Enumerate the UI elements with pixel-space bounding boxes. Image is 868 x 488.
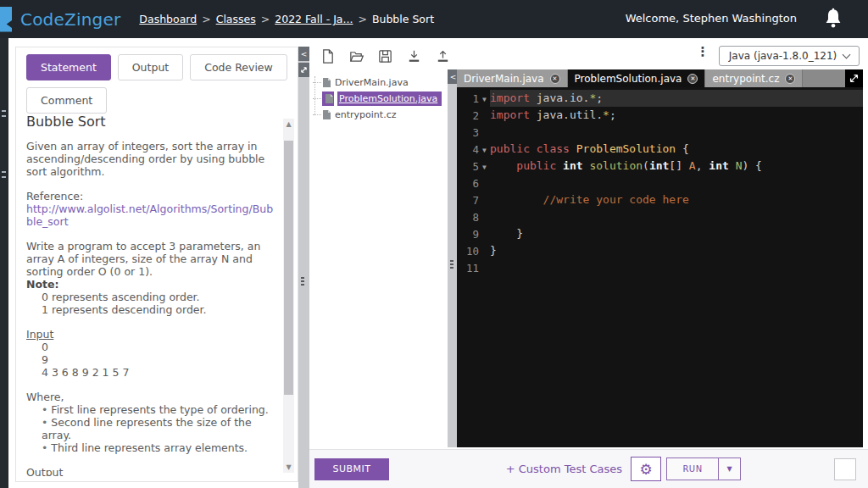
note-label: Note: bbox=[26, 278, 279, 291]
fold-arrow-icon[interactable]: ▼ bbox=[479, 94, 490, 103]
collapse-left-icon[interactable]: < bbox=[298, 47, 309, 61]
token: java.io. bbox=[530, 92, 589, 104]
editor-tab-DriverMain.java[interactable]: DriverMain.java✕ bbox=[457, 69, 568, 87]
scroll-up-icon[interactable]: ▲ bbox=[283, 119, 294, 130]
code-line-9[interactable]: 9 } bbox=[457, 225, 863, 242]
code-area[interactable]: 1▼import java.io.*;2import java.util.*;3… bbox=[457, 87, 863, 447]
code-text: //write your code here bbox=[490, 191, 863, 208]
statement-description: Given an array of integers, sort the arr… bbox=[26, 140, 279, 178]
tab-code-review[interactable]: Code Review bbox=[190, 54, 287, 80]
text-line: 9 bbox=[42, 353, 279, 366]
code-line-6[interactable]: 6 bbox=[457, 175, 863, 191]
text-line: First line represents the type of orderi… bbox=[42, 403, 279, 416]
editor-tab-label: entrypoint.cz bbox=[712, 73, 779, 85]
token: A bbox=[689, 159, 696, 172]
line-number: 6 bbox=[457, 177, 479, 190]
reference-link[interactable]: http://www.algolist.net/Algorithms/Sorti… bbox=[26, 202, 279, 228]
file-icon bbox=[322, 92, 334, 106]
tree-splitter[interactable]: < bbox=[448, 69, 457, 447]
token: public bbox=[516, 159, 563, 172]
brand-title: CodeZinger bbox=[20, 9, 120, 30]
code-line-1[interactable]: 1▼import java.io.*; bbox=[457, 90, 863, 107]
submit-button[interactable]: SUBMIT bbox=[314, 458, 389, 480]
token: int bbox=[649, 159, 669, 172]
line-number: 7 bbox=[457, 194, 479, 207]
close-tab-icon[interactable]: ✕ bbox=[785, 74, 795, 84]
splitter-grip[interactable] bbox=[301, 277, 304, 287]
fold-spacer bbox=[479, 199, 490, 201]
left-splitter[interactable]: < bbox=[298, 47, 309, 488]
token: int bbox=[709, 159, 728, 172]
new-file-icon[interactable] bbox=[316, 46, 338, 66]
splitter-grip[interactable] bbox=[450, 260, 453, 270]
line-number: 9 bbox=[457, 228, 479, 241]
file-name: DriverMain.java bbox=[335, 77, 409, 88]
line-number: 1 bbox=[457, 92, 479, 105]
breadcrumb-item[interactable]: Dashboard bbox=[139, 13, 197, 25]
line-number: 10 bbox=[457, 245, 479, 258]
fold-spacer bbox=[479, 250, 490, 252]
chevron-down-icon bbox=[843, 51, 851, 59]
more-options-icon[interactable]: ⋮ bbox=[695, 44, 710, 66]
code-text: } bbox=[490, 242, 863, 259]
scroll-down-icon[interactable]: ▼ bbox=[283, 462, 294, 473]
collapsed-side-rail[interactable] bbox=[0, 38, 8, 488]
open-folder-icon[interactable] bbox=[345, 46, 367, 66]
code-line-5[interactable]: 5▼ public int solution(int[] A, int N) { bbox=[457, 158, 863, 175]
input-label: Input bbox=[26, 328, 279, 341]
editor-tab-bar: DriverMain.java✕ProblemSolution.java✕ent… bbox=[457, 69, 863, 87]
run-dropdown-icon[interactable]: ▼ bbox=[718, 458, 740, 480]
fold-spacer bbox=[479, 233, 490, 235]
code-text: import java.util.*; bbox=[490, 107, 863, 124]
token: ProblemSolution bbox=[576, 142, 676, 155]
editor-tab-ProblemSolution.java[interactable]: ProblemSolution.java✕ bbox=[568, 69, 706, 87]
save-icon[interactable] bbox=[374, 46, 396, 66]
breadcrumb-separator: > bbox=[202, 13, 210, 25]
statement-scrollbar[interactable]: ▲ ▼ bbox=[283, 119, 294, 473]
download-icon[interactable] bbox=[403, 46, 425, 66]
breadcrumb-item[interactable]: Classes bbox=[216, 13, 256, 25]
fold-spacer bbox=[479, 216, 490, 218]
code-line-10[interactable]: 10} bbox=[457, 242, 863, 259]
notification-bell-icon[interactable] bbox=[822, 7, 844, 30]
fold-arrow-icon[interactable]: ▼ bbox=[479, 162, 490, 171]
code-line-2[interactable]: 2import java.util.*; bbox=[457, 107, 863, 124]
tab-statement[interactable]: Statement bbox=[26, 54, 111, 80]
tree-guide bbox=[313, 98, 321, 99]
code-line-11[interactable]: 11 bbox=[457, 259, 863, 276]
text-line: 0 represents ascending order. bbox=[42, 291, 279, 303]
language-select[interactable]: Java (java-1.8.0_121) bbox=[719, 46, 860, 66]
token: ; bbox=[596, 92, 603, 104]
action-bar: SUBMIT + Custom Test Cases ⚙ RUN ▼ bbox=[309, 449, 868, 488]
custom-test-cases-link[interactable]: + Custom Test Cases bbox=[506, 463, 622, 475]
tree-file-DriverMain.java[interactable]: DriverMain.java bbox=[313, 75, 448, 90]
tab-output[interactable]: Output bbox=[118, 54, 183, 80]
tree-file-ProblemSolution.java[interactable]: ProblemSolution.java bbox=[313, 92, 448, 106]
run-button[interactable]: RUN bbox=[667, 458, 718, 480]
token: java.util. bbox=[530, 108, 603, 121]
close-tab-icon[interactable]: ✕ bbox=[687, 74, 698, 84]
expand-panel-icon[interactable] bbox=[298, 63, 309, 77]
tab-comment[interactable]: Comment bbox=[26, 87, 107, 114]
close-tab-icon[interactable]: ✕ bbox=[550, 74, 560, 84]
tree-file-entrypoint.cz[interactable]: entrypoint.cz bbox=[313, 108, 448, 122]
code-line-7[interactable]: 7 //write your code here bbox=[457, 191, 863, 208]
fold-arrow-icon[interactable]: ▼ bbox=[479, 145, 490, 154]
breadcrumb-item[interactable]: 2022 Fall - Ja... bbox=[275, 13, 353, 25]
code-text bbox=[490, 208, 863, 225]
scrollbar-thumb[interactable] bbox=[284, 141, 293, 395]
fullscreen-icon[interactable] bbox=[845, 69, 863, 87]
text-line: 0 bbox=[42, 341, 279, 353]
code-line-3[interactable]: 3 bbox=[457, 124, 863, 141]
editor-tab-entrypoint.cz[interactable]: entrypoint.cz✕ bbox=[705, 69, 803, 87]
token: ) { bbox=[742, 159, 761, 172]
tree-guide bbox=[313, 82, 321, 83]
upload-icon[interactable] bbox=[431, 46, 453, 66]
code-line-4[interactable]: 4▼public class ProblemSolution { bbox=[457, 141, 863, 158]
settings-gear-icon[interactable]: ⚙ bbox=[631, 457, 661, 481]
file-icon bbox=[322, 109, 331, 120]
code-editor: DriverMain.java✕ProblemSolution.java✕ent… bbox=[457, 69, 863, 447]
code-line-8[interactable]: 8 bbox=[457, 208, 863, 225]
status-checkbox[interactable] bbox=[834, 458, 856, 480]
problem-panel: StatementOutputCode ReviewComment Bubble… bbox=[15, 47, 298, 482]
